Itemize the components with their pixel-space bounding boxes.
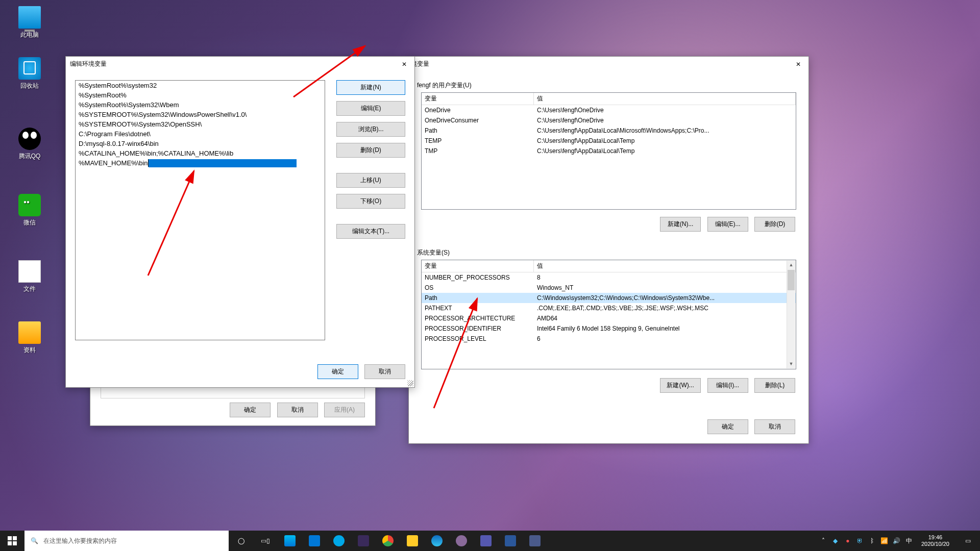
taskbar-app-store[interactable] [278, 531, 302, 551]
ok-button[interactable]: 确定 [230, 403, 271, 417]
scrollbar[interactable]: ▲ ▼ [787, 261, 795, 368]
scroll-thumb[interactable] [788, 270, 795, 290]
system-tray[interactable]: ˄ ◆ ● ⛨ ᛒ 📶 🔊 中 19:46 2020/10/20 ▭ [819, 531, 980, 551]
table-row[interactable]: OneDriveConsumerC:\Users\fengf\OneDrive [422, 115, 796, 126]
edit-user-var-button[interactable]: 编辑(E)... [707, 217, 748, 232]
taskbar-app-chrome[interactable] [376, 531, 400, 551]
desktop-icon-wechat[interactable]: 微信 [10, 194, 49, 227]
desktop-icon-folder[interactable]: 资料 [10, 321, 49, 355]
tray-qq-icon[interactable]: ● [844, 537, 852, 545]
table-row[interactable]: PathC:\Users\fengf\AppData\Local\Microso… [422, 126, 796, 136]
desktop-icon-pc[interactable]: 此电脑 [10, 6, 49, 39]
taskbar[interactable]: 🔍 在这里输入你要搜索的内容 ◯ ▭▯ ˄ ◆ ● ⛨ ᛒ 📶 🔊 中 19:4… [0, 531, 980, 551]
ok-button[interactable]: 确定 [317, 364, 358, 379]
delete-sys-var-button[interactable]: 删除(L) [754, 378, 795, 393]
delete-button[interactable]: 删除(D) [336, 143, 405, 158]
desktop-icon-qq[interactable]: 腾讯QQ [10, 128, 49, 161]
user-variables-table[interactable]: 变量 值 OneDriveC:\Users\fengf\OneDriveOneD… [421, 92, 796, 210]
table-row[interactable]: PROCESSOR_IDENTIFIERIntel64 Family 6 Mod… [422, 323, 796, 334]
cancel-button[interactable]: 取消 [754, 419, 795, 434]
path-entry[interactable]: %SystemRoot% [76, 90, 325, 100]
titlebar[interactable]: 境变量 ✕ [409, 57, 808, 71]
taskbar-app-mail[interactable] [302, 531, 327, 551]
edit-environment-variable-window[interactable]: 编辑环境变量 ✕ %SystemRoot%\system32%SystemRoo… [65, 56, 415, 388]
search-placeholder: 在这里输入你要搜索的内容 [43, 537, 117, 545]
search-input[interactable]: 🔍 在这里输入你要搜索的内容 [24, 531, 229, 551]
move-up-button[interactable]: 上移(U) [336, 173, 405, 188]
move-down-button[interactable]: 下移(O) [336, 194, 405, 209]
taskbar-app-user[interactable] [449, 531, 474, 551]
scroll-up-icon[interactable]: ▲ [787, 261, 795, 269]
pc-icon [18, 6, 41, 29]
taskbar-app-edge[interactable] [425, 531, 449, 551]
path-entry[interactable]: %SystemRoot%\system32 [76, 81, 325, 90]
resize-grip[interactable] [407, 380, 413, 386]
edit-button[interactable]: 编辑(E) [336, 101, 405, 116]
desktop-icon-recycle[interactable]: 回收站 [10, 57, 49, 90]
taskbar-app-idea[interactable] [351, 531, 376, 551]
task-view-icon[interactable]: ▭▯ [253, 531, 278, 551]
tray-chevron-up-icon[interactable]: ˄ [819, 537, 827, 545]
ok-button[interactable]: 确定 [707, 419, 748, 434]
table-row[interactable]: PROCESSOR_LEVEL6 [422, 334, 796, 344]
table-row[interactable]: TEMPC:\Users\fengf\AppData\Local\Temp [422, 136, 796, 146]
new-button[interactable]: 新建(N) [336, 80, 405, 95]
table-row[interactable]: PathC:\Windows\system32;C:\Windows;C:\Wi… [422, 293, 796, 303]
path-entry[interactable]: %SYSTEMROOT%\System32\WindowsPowerShell\… [76, 110, 325, 119]
tray-security-icon[interactable]: ⛨ [856, 537, 864, 545]
path-entry[interactable]: %SYSTEMROOT%\System32\OpenSSH\ [76, 119, 325, 129]
table-row[interactable]: PATHEXT.COM;.EXE;.BAT;.CMD;.VBS;.VBE;.JS… [422, 303, 796, 313]
system-variables-table[interactable]: 变量 值 NUMBER_OF_PROCESSORS8OSWindows_NTPa… [421, 260, 796, 369]
table-row[interactable]: OSWindows_NT [422, 283, 796, 293]
desktop-icon-file[interactable]: 文件 [10, 260, 49, 293]
tray-ime-icon[interactable]: 中 [905, 537, 913, 545]
icon-label: 腾讯QQ [10, 152, 49, 161]
table-row[interactable]: PROCESSOR_ARCHITECTUREAMD64 [422, 313, 796, 323]
new-sys-var-button[interactable]: 新建(W)... [660, 378, 701, 393]
clock-time: 19:46 [921, 534, 949, 541]
taskbar-clock[interactable]: 19:46 2020/10/20 [917, 534, 953, 547]
col-header-val: 值 [534, 260, 796, 272]
tray-wifi-icon[interactable]: 📶 [880, 537, 889, 545]
col-header-val: 值 [534, 93, 796, 105]
cancel-button[interactable]: 取消 [364, 364, 405, 379]
table-row[interactable]: NUMBER_OF_PROCESSORS8 [422, 272, 796, 283]
taskbar-app-todesk[interactable] [327, 531, 351, 551]
icon-label: 回收站 [10, 82, 49, 90]
path-entry[interactable]: C:\Program Files\dotnet\ [76, 129, 325, 139]
icon-label: 文件 [10, 285, 49, 293]
tray-bluetooth-icon[interactable]: ᛒ [868, 537, 876, 545]
tray-app-icon[interactable]: ◆ [831, 537, 840, 545]
table-row[interactable]: TMPC:\Users\fengf\AppData\Local\Temp [422, 146, 796, 156]
search-icon: 🔍 [31, 537, 38, 544]
path-list[interactable]: %SystemRoot%\system32%SystemRoot%%System… [75, 80, 325, 340]
browse-button[interactable]: 浏览(B)... [336, 122, 405, 137]
taskbar-app-word[interactable] [498, 531, 523, 551]
icon-label: 微信 [10, 218, 49, 227]
icon-label: 此电脑 [10, 31, 49, 39]
taskbar-app-teams[interactable] [474, 531, 498, 551]
close-icon[interactable]: ✕ [792, 61, 804, 68]
edit-sys-var-button[interactable]: 编辑(I)... [707, 378, 748, 393]
edit-text-button[interactable]: 编辑文本(T)... [336, 224, 405, 239]
path-entry[interactable]: D:\mysql-8.0.17-winx64\bin [76, 139, 325, 148]
cortana-icon[interactable]: ◯ [229, 531, 253, 551]
notifications-icon[interactable]: ▭ [958, 531, 978, 551]
cancel-button[interactable]: 取消 [277, 403, 318, 417]
path-entry[interactable]: %SystemRoot%\System32\Wbem [76, 100, 325, 110]
taskbar-app-settings[interactable] [523, 531, 547, 551]
path-entry[interactable]: %CATALINA_HOME%\bin;%CATALINA_HOME%\lib [76, 148, 325, 158]
titlebar[interactable]: 编辑环境变量 ✕ [66, 57, 414, 71]
recycle-bin-icon [18, 57, 41, 80]
close-icon[interactable]: ✕ [398, 61, 410, 68]
path-entry-editing[interactable]: %MAVEN_HOME%\bin [76, 158, 325, 168]
table-row[interactable]: OneDriveC:\Users\fengf\OneDrive [422, 105, 796, 115]
start-button[interactable] [0, 531, 24, 551]
tray-volume-icon[interactable]: 🔊 [893, 537, 901, 545]
environment-variables-window[interactable]: 境变量 ✕ fengf 的用户变量(U) 变量 值 OneDriveC:\Use… [408, 56, 809, 444]
delete-user-var-button[interactable]: 删除(D) [754, 217, 795, 232]
icon-label: 资料 [10, 346, 49, 355]
new-user-var-button[interactable]: 新建(N)... [660, 217, 701, 232]
taskbar-app-explorer[interactable] [400, 531, 425, 551]
scroll-down-icon[interactable]: ▼ [787, 360, 795, 368]
